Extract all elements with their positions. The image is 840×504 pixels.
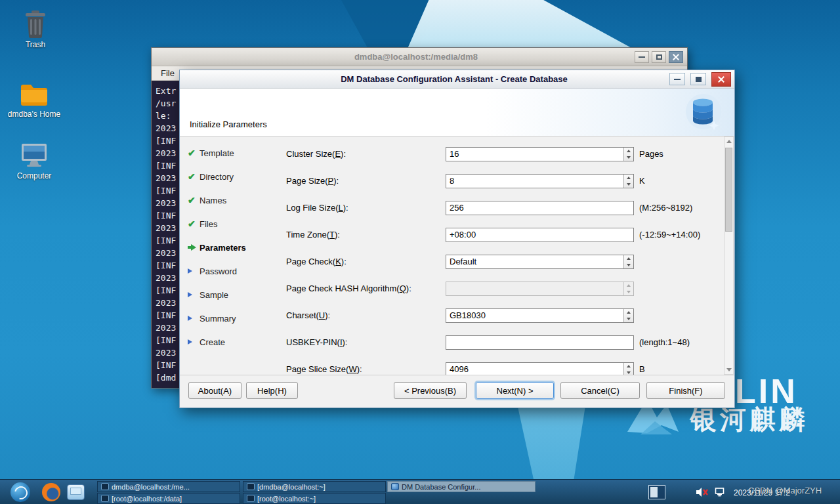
help-button[interactable]: Help(H) bbox=[246, 382, 298, 399]
trash-icon bbox=[22, 9, 49, 38]
wizard-step-parameters[interactable]: Parameters bbox=[188, 240, 283, 255]
spinner-up-icon[interactable] bbox=[624, 363, 633, 369]
spinner-down-icon[interactable] bbox=[624, 181, 633, 188]
wizard-step-label: Files bbox=[200, 219, 217, 229]
taskbar-item-root-localhost[interactable]: [root@localhost:~] bbox=[243, 493, 386, 504]
text-input[interactable] bbox=[446, 335, 634, 350]
spinner-up-icon[interactable] bbox=[624, 148, 633, 154]
minimize-icon[interactable] bbox=[635, 51, 649, 63]
taskbar-item-label: dmdba@localhost:/me... bbox=[112, 483, 190, 491]
terminal-icon bbox=[101, 483, 109, 490]
about-button[interactable]: About(A) bbox=[188, 382, 242, 399]
spinner-up-icon[interactable] bbox=[624, 255, 633, 262]
spinner-input[interactable]: 8 bbox=[446, 174, 634, 188]
field-label: Log File Size(L): bbox=[286, 203, 446, 213]
spinner-down-icon[interactable] bbox=[624, 262, 633, 268]
spinner-input[interactable]: 16 bbox=[446, 147, 634, 161]
computer-icon bbox=[19, 142, 49, 169]
text-input[interactable]: 256 bbox=[446, 201, 634, 215]
desktop-icon-computer[interactable]: Computer bbox=[7, 142, 62, 180]
taskbar-item-root-localhost-data[interactable]: [root@localhost:/data] bbox=[97, 493, 240, 504]
vertical-scrollbar[interactable] bbox=[724, 136, 734, 375]
field-suffix: Pages bbox=[639, 149, 663, 159]
wizard-step-template[interactable]: ✔Template bbox=[188, 146, 283, 160]
dialog-titlebar[interactable]: DM Database Configuration Assistant - Cr… bbox=[180, 70, 734, 89]
scroll-up-icon[interactable] bbox=[724, 137, 733, 146]
taskbar-item-label: [root@localhost:/data] bbox=[112, 495, 182, 503]
spinner-input[interactable]: Default bbox=[446, 255, 634, 269]
terminal-icon bbox=[247, 495, 255, 502]
wizard-step-label: Names bbox=[200, 196, 226, 205]
field-control: 8 bbox=[446, 174, 634, 188]
dm-icon bbox=[391, 483, 399, 490]
terminal-icon bbox=[247, 483, 255, 490]
form-row-log-file-size: Log File Size(L):256(M:256~8192) bbox=[286, 194, 719, 221]
parameters-form: Cluster Size(E):16PagesPage Size(P):8KLo… bbox=[286, 140, 719, 375]
wizard-step-names[interactable]: ✔Names bbox=[188, 193, 283, 207]
finish-button[interactable]: Finish(F) bbox=[646, 382, 725, 399]
spinner-down-icon[interactable] bbox=[624, 154, 633, 161]
previous-button[interactable]: < Previous(B) bbox=[394, 382, 467, 399]
spinner-down-icon[interactable] bbox=[624, 316, 633, 322]
taskbar-item-dmdba-localhost[interactable]: [dmdba@localhost:~] bbox=[243, 481, 386, 492]
spinner-up-icon[interactable] bbox=[624, 175, 633, 181]
taskbar-item-dmdba-localhost-me[interactable]: dmdba@localhost:/me... bbox=[97, 481, 240, 492]
maximize-icon[interactable] bbox=[690, 73, 706, 85]
folder-home-icon bbox=[19, 81, 49, 108]
scroll-down-icon[interactable] bbox=[724, 366, 733, 374]
field-suffix: (length:1~48) bbox=[639, 337, 690, 347]
taskbar-item-label: [root@localhost:~] bbox=[257, 495, 316, 503]
wizard-step-summary[interactable]: Summary bbox=[188, 311, 283, 326]
dm-config-dialog: DM Database Configuration Assistant - Cr… bbox=[179, 70, 735, 408]
desktop-icon-label: Trash bbox=[8, 40, 63, 49]
volume-muted-icon[interactable] bbox=[696, 487, 709, 497]
form-row-cluster-size: Cluster Size(E):16Pages bbox=[286, 140, 719, 167]
text-input[interactable]: +08:00 bbox=[446, 228, 634, 242]
maximize-icon[interactable] bbox=[652, 51, 666, 63]
spinner-up-icon[interactable] bbox=[624, 309, 633, 316]
wizard-step-sample[interactable]: Sample bbox=[188, 287, 283, 302]
desktop-icon-home[interactable]: dmdba's Home bbox=[7, 81, 62, 119]
taskbar-item-label: DM Database Configur... bbox=[402, 483, 480, 491]
network-icon[interactable] bbox=[714, 487, 727, 497]
minimize-icon[interactable] bbox=[669, 73, 685, 85]
check-icon: ✔ bbox=[188, 195, 200, 205]
next-button[interactable]: Next(N) > bbox=[476, 382, 554, 399]
menu-file[interactable]: File bbox=[161, 68, 175, 78]
form-row-page-slice-size: Page Slice Size(W):4096B bbox=[286, 356, 719, 375]
close-icon[interactable] bbox=[669, 51, 683, 63]
desktop-icon-trash[interactable]: Trash bbox=[8, 9, 63, 49]
dialog-title: DM Database Configuration Assistant - Cr… bbox=[239, 74, 669, 84]
spinner-input[interactable]: GB18030 bbox=[446, 308, 634, 323]
desktop-icon-label: Computer bbox=[7, 171, 62, 180]
field-label: USBKEY-PIN(I): bbox=[286, 337, 446, 347]
terminal-titlebar[interactable]: dmdba@localhost:/media/dm8 bbox=[152, 48, 687, 66]
workspace-switcher[interactable] bbox=[648, 485, 665, 499]
dialog-footer: About(A) Help(H) < Previous(B) Next(N) >… bbox=[180, 375, 734, 408]
desktop-icon-label: dmdba's Home bbox=[7, 110, 62, 119]
csdn-watermark: CSDN @MajorZYH bbox=[748, 486, 822, 495]
field-label: Page Size(P): bbox=[286, 176, 446, 186]
spinner-input[interactable]: 4096 bbox=[446, 362, 634, 375]
field-label: Page Check(K): bbox=[286, 257, 446, 266]
wizard-step-files[interactable]: ✔Files bbox=[188, 217, 283, 231]
wizard-step-directory[interactable]: ✔Directory bbox=[188, 169, 283, 184]
field-control: GB18030 bbox=[446, 308, 634, 323]
cancel-button[interactable]: Cancel(C) bbox=[560, 382, 640, 399]
scrollbar-thumb[interactable] bbox=[725, 148, 732, 232]
wizard-step-label: Password bbox=[200, 266, 237, 276]
database-icon bbox=[683, 92, 724, 133]
check-icon: ✔ bbox=[188, 219, 200, 229]
close-icon[interactable] bbox=[711, 72, 731, 87]
spinner-down-icon[interactable] bbox=[624, 369, 633, 375]
taskbar-item-dm-database-configur[interactable]: DM Database Configur... bbox=[387, 481, 536, 492]
check-icon: ✔ bbox=[188, 171, 200, 182]
spinner-input bbox=[446, 282, 634, 296]
dialog-window-controls bbox=[669, 72, 731, 87]
form-row-page-check-hash-algorithm: Page Check HASH Algorithm(Q): bbox=[286, 275, 719, 302]
wizard-step-label: Template bbox=[200, 148, 234, 158]
field-label: Cluster Size(E): bbox=[286, 149, 446, 159]
wizard-step-create[interactable]: Create bbox=[188, 335, 283, 349]
form-row-page-size: Page Size(P):8K bbox=[286, 167, 719, 194]
wizard-step-password[interactable]: Password bbox=[188, 264, 283, 278]
